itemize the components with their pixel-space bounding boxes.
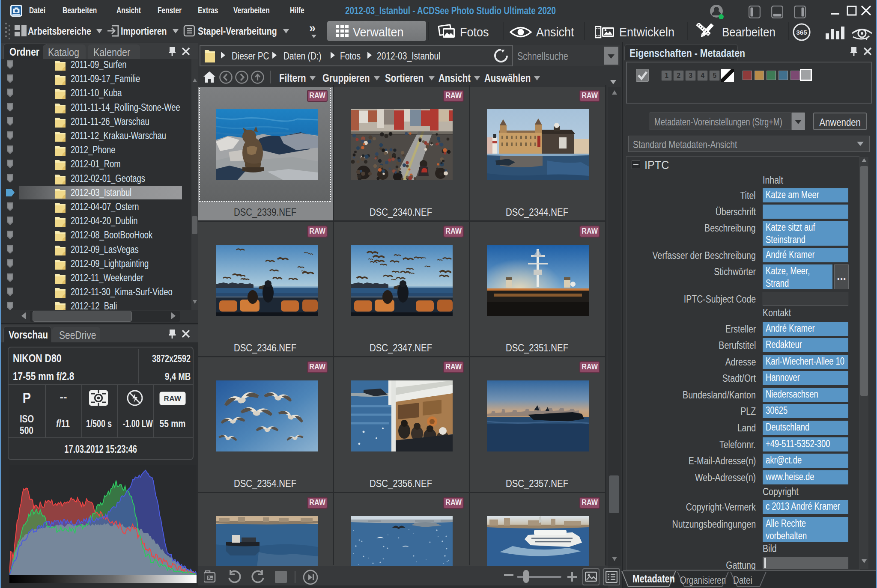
svg-text:365: 365 — [796, 29, 807, 36]
svg-text:RAW: RAW — [164, 395, 182, 403]
